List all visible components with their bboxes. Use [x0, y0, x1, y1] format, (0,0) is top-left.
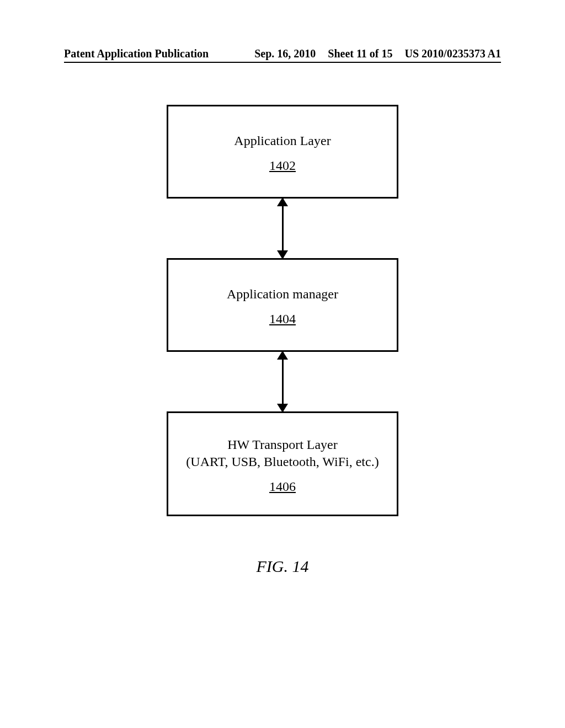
header-right: Sep. 16, 2010 Sheet 11 of 15 US 2010/023… [254, 47, 501, 60]
diagram: Application Layer 1402 Application manag… [0, 105, 565, 516]
double-arrow-icon [282, 352, 284, 411]
box-application-manager: Application manager 1404 [167, 258, 398, 352]
page: Patent Application Publication Sep. 16, … [0, 0, 565, 728]
double-arrow-icon [282, 199, 284, 258]
box-ref: 1406 [269, 479, 296, 494]
box-title: HW Transport Layer [227, 437, 338, 452]
box-application-layer: Application Layer 1402 [167, 105, 398, 199]
figure-caption: FIG. 14 [0, 557, 565, 576]
box-hw-transport-layer: HW Transport Layer (UART, USB, Bluetooth… [167, 411, 398, 516]
arrow-2 [167, 352, 398, 411]
box-title: Application manager [227, 287, 338, 302]
header-rule [64, 62, 501, 63]
header-pubno: US 2010/0235373 A1 [405, 47, 501, 60]
header-date: Sep. 16, 2010 [254, 47, 316, 60]
box-title: Application Layer [234, 133, 331, 148]
box-ref: 1402 [269, 158, 296, 173]
box-ref: 1404 [269, 312, 296, 326]
patent-header: Patent Application Publication Sep. 16, … [0, 47, 565, 60]
arrow-1 [167, 199, 398, 258]
box-subtitle: (UART, USB, Bluetooth, WiFi, etc.) [186, 454, 379, 469]
header-sheet: Sheet 11 of 15 [328, 47, 392, 60]
header-left: Patent Application Publication [64, 47, 209, 60]
